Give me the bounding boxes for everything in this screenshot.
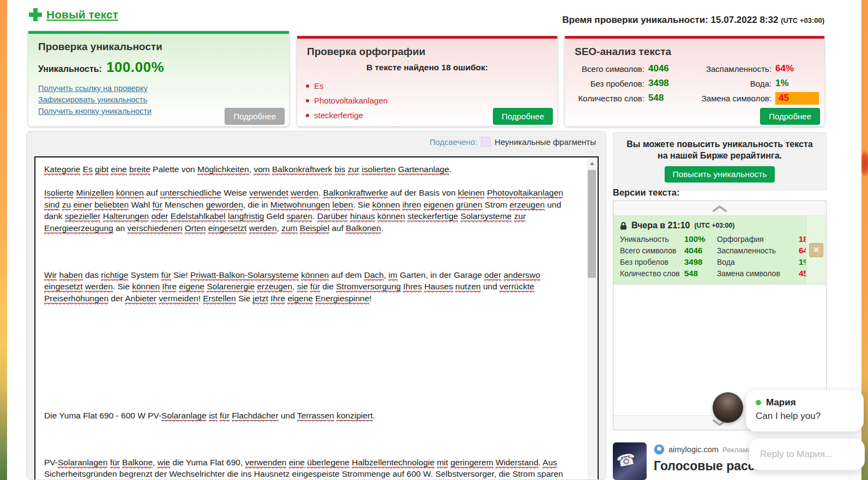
misspelled-word[interactable]: nutzen <box>455 282 481 291</box>
misspelled-word[interactable]: für <box>153 200 162 210</box>
misspelled-word[interactable]: sparen <box>287 211 312 221</box>
new-text-link[interactable]: Новый текст <box>28 8 118 22</box>
misspelled-word[interactable]: Darüber <box>317 211 348 221</box>
misspelled-word[interactable]: eingesetzt <box>44 282 83 291</box>
misspelled-word[interactable]: Solaranlagen <box>58 458 107 467</box>
misspelled-word[interactable]: Balkonkraftwerk <box>272 165 332 174</box>
misspelled-word[interactable]: sie <box>297 282 308 291</box>
misspelled-word[interactable]: eigene <box>179 282 204 291</box>
misspelled-word[interactable]: können <box>116 188 144 198</box>
misspelled-word[interactable]: vom <box>254 165 269 174</box>
misspelled-word[interactable]: unterschiedliche <box>160 188 221 198</box>
ad-source-link[interactable]: aimylogic.com <box>668 445 719 454</box>
misspelled-word[interactable]: zu <box>62 200 71 210</box>
misspelled-word[interactable]: Stromversorgung <box>336 282 401 291</box>
chat-message-bubble[interactable]: Мария Can I help you? <box>746 390 864 432</box>
misspelled-word[interactable]: isolierten <box>362 165 396 174</box>
misspelled-word[interactable]: für <box>310 282 320 291</box>
misspelled-word[interactable]: bis <box>335 165 346 174</box>
misspelled-word[interactable]: gibt <box>95 165 108 174</box>
misspelled-word[interactable]: wie <box>158 458 170 467</box>
misspelled-word[interactable]: Gartenanlage <box>398 165 449 174</box>
uniqueness-link[interactable]: Зафиксировать уникальность <box>38 94 279 106</box>
misspelled-word[interactable]: Hauses <box>424 282 453 291</box>
misspelled-word[interactable]: können <box>301 270 329 280</box>
misspelled-word[interactable]: Minizellen <box>76 188 114 198</box>
misspelled-word[interactable]: Es <box>83 165 93 174</box>
misspelled-word[interactable]: leben <box>333 200 353 210</box>
misspelled-word[interactable]: verrückte <box>499 282 534 291</box>
misspelled-word[interactable]: grünen <box>456 200 482 210</box>
misspelled-word[interactable]: richtige <box>101 270 128 280</box>
misspelled-word[interactable]: Halterungen <box>103 211 149 221</box>
scrollbar-thumb[interactable] <box>588 170 596 278</box>
misspelled-word[interactable]: werden <box>85 282 113 291</box>
misspelled-word[interactable]: Isolierte <box>44 188 74 198</box>
misspelled-word[interactable]: Solaranlage <box>161 411 207 421</box>
misspelled-word[interactable]: werden <box>249 223 277 233</box>
misspelled-word[interactable]: jetzt <box>253 294 268 303</box>
misspelled-word[interactable]: können <box>377 211 405 221</box>
misspelled-word[interactable]: eine <box>111 165 126 174</box>
misspelled-word[interactable]: erzeugen <box>257 282 292 291</box>
misspelled-word[interactable]: erzeugen <box>509 200 545 210</box>
misspelled-word[interactable]: Flachdächer <box>232 411 278 421</box>
misspelled-word[interactable]: kleinen <box>458 188 485 198</box>
spelling-details-button[interactable]: Подробнее <box>493 108 553 125</box>
misspelled-word[interactable]: Terrassen <box>297 411 334 421</box>
misspelled-word[interactable]: Erstellen <box>203 294 236 303</box>
misspelled-word[interactable]: langfristig <box>228 211 264 221</box>
editor-scrollbar[interactable] <box>587 159 596 480</box>
chat-reply-input[interactable]: Reply to Мария... <box>749 439 865 470</box>
misspelled-word[interactable]: zum <box>281 223 297 233</box>
misspelled-word[interactable]: Widerstand <box>496 458 538 467</box>
misspelled-word[interactable]: Anbieter <box>125 294 156 303</box>
misspelled-word[interactable]: ist <box>209 411 218 421</box>
misspelled-word[interactable]: eigenen <box>424 200 454 210</box>
misspelled-word[interactable]: breite <box>129 165 150 174</box>
misspelled-word[interactable]: haben <box>59 270 83 280</box>
misspelled-word[interactable]: Balkone <box>122 458 153 467</box>
misspelled-word[interactable]: spezieller <box>65 211 100 221</box>
misspelled-word[interactable]: werden <box>291 188 318 198</box>
misspelled-word[interactable]: Orten <box>185 223 206 233</box>
misspelled-word[interactable]: zur <box>514 211 526 221</box>
version-close-button[interactable]: ✕ <box>809 243 823 257</box>
chat-agent-avatar[interactable] <box>713 392 743 423</box>
misspelled-word[interactable]: Möglichkeiten <box>197 165 249 174</box>
misspelled-word[interactable]: Ihre <box>270 294 285 303</box>
ad-thumbnail[interactable]: ☎ <box>613 442 647 480</box>
misspelled-word[interactable]: konzipiert <box>336 411 372 421</box>
misspelled-word[interactable]: hinaus <box>350 211 375 221</box>
misspelled-word[interactable]: verschiedenen <box>128 223 183 233</box>
versions-scroll-up[interactable] <box>613 201 826 216</box>
misspelled-word[interactable]: vermeiden <box>159 294 198 303</box>
misspelled-word[interactable]: Photovoltaikanlagen <box>487 188 563 198</box>
misspelled-word[interactable]: Halbzellentechnologie <box>352 458 435 467</box>
version-card[interactable]: Вчера в 21:10 (UTC +03:00) Уникальность1… <box>613 216 826 284</box>
misspelled-word[interactable]: zur <box>348 165 360 174</box>
misspelled-word[interactable]: Preiserhöhungen <box>44 294 108 303</box>
increase-uniqueness-button[interactable]: Повысить уникальность <box>665 166 775 183</box>
spelling-error-item[interactable]: Es <box>306 78 557 93</box>
misspelled-word[interactable]: eingesetzt <box>208 223 247 233</box>
misspelled-word[interactable]: Wir <box>44 270 57 280</box>
misspelled-word[interactable]: Energieerzeugung <box>44 223 113 233</box>
misspelled-word[interactable]: können <box>132 282 160 291</box>
misspelled-word[interactable]: Solarsysteme <box>461 211 512 221</box>
misspelled-word[interactable]: geringerem <box>450 458 493 467</box>
misspelled-word[interactable]: Balkonen <box>346 223 381 233</box>
spelling-error-item[interactable]: Photovoltaikanlagen <box>306 93 557 108</box>
misspelled-word[interactable]: beliebten <box>94 200 129 210</box>
misspelled-word[interactable]: Ihre <box>162 282 177 291</box>
misspelled-word[interactable]: für <box>161 270 171 280</box>
misspelled-word[interactable]: Edelstahlkabel <box>171 211 226 221</box>
misspelled-word[interactable]: oder <box>151 211 168 221</box>
misspelled-word[interactable]: Energiespinne <box>315 294 369 303</box>
misspelled-word[interactable]: ihren <box>402 200 421 210</box>
misspelled-word[interactable]: Balkonkraftwerke <box>323 188 388 198</box>
misspelled-word[interactable]: mit <box>437 458 448 467</box>
misspelled-word[interactable]: verwenden <box>245 458 287 467</box>
text-editor[interactable]: Kategorie Es gibt eine breite Palette vo… <box>34 156 599 480</box>
misspelled-word[interactable]: sind <box>44 200 59 210</box>
